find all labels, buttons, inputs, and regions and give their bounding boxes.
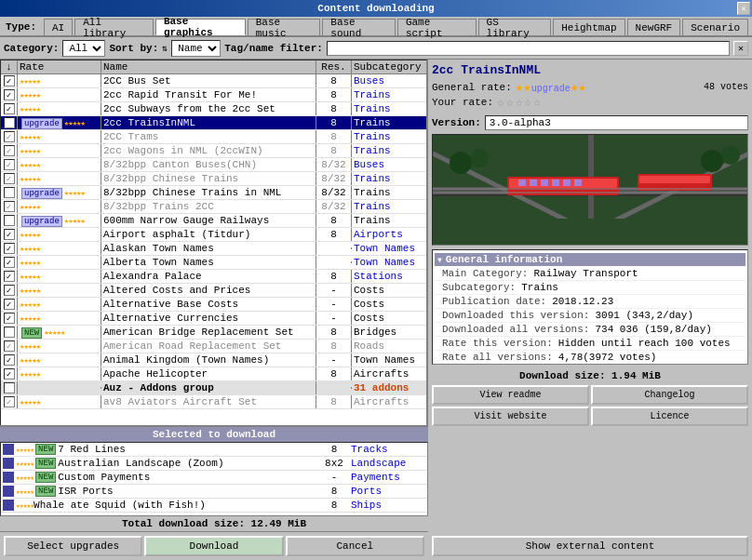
- selected-item[interactable]: ★★★★★NEWCustom Payments-Payments: [1, 471, 427, 485]
- list-item-checkbox[interactable]: [1, 186, 18, 199]
- list-item-name: 2cc Subways from the 2cc Set: [101, 102, 316, 115]
- list-item[interactable]: ★★★★★Altered Costs and Prices-Costs: [1, 284, 426, 298]
- licence-button[interactable]: Licence: [591, 407, 748, 426]
- list-item-checkbox[interactable]: [1, 395, 18, 408]
- selected-item[interactable]: ★★★★★Whale ate Squid (with Fish!)8Ships: [1, 499, 427, 513]
- list-item[interactable]: ★★★★★2cc Wagons in NML (2ccWIN)8Trains: [1, 144, 426, 158]
- list-item-checkbox[interactable]: [1, 158, 18, 171]
- your-rate-stars[interactable]: ☆☆☆☆☆: [497, 95, 543, 110]
- show-external-button[interactable]: Show external content: [432, 536, 748, 556]
- list-item-checkbox[interactable]: [1, 326, 18, 339]
- select-upgrades-button[interactable]: Select upgrades: [4, 536, 142, 556]
- category-select[interactable]: All: [62, 40, 105, 57]
- list-item-checkbox[interactable]: [1, 284, 18, 297]
- list-item[interactable]: ★★★★★Alternative Currencies-Costs: [1, 312, 426, 326]
- list-item-checkbox[interactable]: [1, 144, 18, 157]
- list-item-subcat[interactable]: Trains: [352, 102, 426, 115]
- list-item-checkbox[interactable]: [1, 102, 18, 115]
- item-list[interactable]: ↓ Rate Name Res. Subcategory ★★★★★2CC Bu…: [0, 60, 427, 428]
- list-item-subcat[interactable]: Trains: [352, 88, 426, 101]
- tab-heightmap[interactable]: Heightmap: [553, 19, 624, 35]
- info-value: 4,78(3972 votes): [558, 352, 657, 363]
- list-item-checkbox[interactable]: [1, 88, 18, 101]
- tab-base-graphics[interactable]: Base graphics: [155, 19, 246, 35]
- list-item-checkbox[interactable]: [1, 172, 18, 185]
- list-item[interactable]: upgrade★★★★★2cc TrainsInNML8Trains: [1, 116, 426, 130]
- close-button[interactable]: ✕: [737, 2, 750, 15]
- list-item-checkbox[interactable]: [1, 200, 18, 213]
- download-button[interactable]: Download: [144, 536, 283, 556]
- list-item-name: Altered Costs and Prices: [101, 284, 316, 297]
- view-readme-button[interactable]: View readme: [432, 385, 589, 405]
- list-item[interactable]: ★★★★★2CC Trams8Trains: [1, 130, 426, 144]
- selected-item[interactable]: ★★★★★NEWISR Ports8Ports: [1, 485, 427, 499]
- list-item[interactable]: ★★★★★Alaskan Town NamesTown Names: [1, 242, 426, 256]
- list-item[interactable]: Auz - Addons group31 addons: [1, 381, 426, 395]
- list-item-checkbox[interactable]: [1, 312, 18, 325]
- changelog-button[interactable]: Changelog: [591, 385, 748, 405]
- list-item[interactable]: ★★★★★Alexandra Palace8Stations: [1, 270, 426, 284]
- list-item-checkbox[interactable]: [1, 298, 18, 311]
- list-item-subcat[interactable]: Buses: [352, 74, 426, 87]
- tab-newgrf[interactable]: NewGRF: [627, 19, 681, 35]
- list-item[interactable]: ★★★★★Alternative Base Costs-Costs: [1, 298, 426, 312]
- item-header: 2cc TrainsInNML General rate: ★★upgrade★…: [428, 60, 752, 113]
- list-item[interactable]: upgrade★★★★★8/32bpp Chinese Trains in NM…: [1, 186, 426, 200]
- list-item[interactable]: ★★★★★2cc Rapid Transit For Me!8Trains: [1, 88, 426, 102]
- list-item[interactable]: NEW★★★★★American Bridge Replacement Set8…: [1, 326, 426, 340]
- list-item-checkbox[interactable]: [1, 353, 18, 367]
- selected-item[interactable]: ★★★★★NEW7 Red Lines8Tracks: [1, 443, 427, 457]
- list-item-subcat[interactable]: Stations: [352, 270, 426, 283]
- list-item[interactable]: ★★★★★8/32bpp Trains 2CC8/32Trains: [1, 200, 426, 214]
- list-item[interactable]: ★★★★★Alberta Town NamesTown Names: [1, 256, 426, 270]
- selected-item[interactable]: ★★★★★NEWAustralian Landscape (Zoom)8x2La…: [1, 457, 427, 471]
- list-item-checkbox[interactable]: [1, 340, 18, 353]
- tab-gs-library[interactable]: GS library: [478, 19, 552, 35]
- list-item-checkbox[interactable]: [1, 270, 18, 283]
- list-item-subcat[interactable]: Trains: [352, 130, 426, 143]
- tab-ai[interactable]: AI: [44, 19, 73, 35]
- list-item[interactable]: ★★★★★Airport asphalt (Titdur)8Airports: [1, 228, 426, 242]
- list-item-subcat[interactable]: Trains: [352, 144, 426, 157]
- list-item-checkbox[interactable]: [1, 116, 18, 129]
- general-info-header[interactable]: ▼ General information: [435, 253, 745, 266]
- cancel-button[interactable]: Cancel: [286, 536, 424, 556]
- list-item-name: Alternative Currencies: [101, 312, 316, 325]
- tab-base-music[interactable]: Base music: [248, 19, 321, 35]
- list-item-checkbox[interactable]: [1, 256, 18, 269]
- tab-scenario[interactable]: Scenario: [682, 19, 748, 35]
- list-item-subcat[interactable]: Town Names: [352, 242, 426, 255]
- list-item-subcat[interactable]: Trains: [352, 200, 426, 213]
- list-item-rate: ★★★★★: [18, 102, 101, 115]
- list-item-checkbox[interactable]: [1, 367, 18, 380]
- tab-game-script[interactable]: Game script: [397, 19, 477, 35]
- list-item-checkbox[interactable]: [1, 228, 18, 241]
- list-item[interactable]: ★★★★★American Road Replacement Set8Roads: [1, 340, 426, 353]
- list-item-subcat[interactable]: Town Names: [352, 256, 426, 269]
- tab-base-sound[interactable]: Base sound: [322, 19, 396, 35]
- list-item-subcat[interactable]: Airports: [352, 228, 426, 241]
- list-item[interactable]: ★★★★★Animal Kingdom (Town Names)-Town Na…: [1, 353, 426, 367]
- visit-website-button[interactable]: Visit website: [432, 407, 589, 426]
- list-item-subcat[interactable]: Trains: [352, 172, 426, 185]
- list-item[interactable]: ★★★★★8/32bpp Canton Buses(CHN)8/32Buses: [1, 158, 426, 172]
- list-item-subcat[interactable]: Buses: [352, 158, 426, 171]
- list-item-checkbox[interactable]: [1, 74, 18, 87]
- list-item[interactable]: ★★★★★2CC Bus Set8Buses: [1, 74, 426, 88]
- list-item[interactable]: ★★★★★av8 Aviators Aircraft Set8Aircrafts: [1, 395, 426, 409]
- col-header-name: Name: [101, 60, 316, 73]
- tag-input[interactable]: [327, 41, 730, 56]
- list-item-checkbox[interactable]: [1, 381, 18, 394]
- list-item-checkbox[interactable]: [1, 130, 18, 143]
- info-value: 734 036 (159,8/day): [595, 324, 711, 335]
- sort-select[interactable]: Name: [171, 40, 221, 57]
- list-item-checkbox[interactable]: [1, 214, 18, 227]
- list-item[interactable]: ★★★★★2cc Subways from the 2cc Set8Trains: [1, 102, 426, 116]
- tab-all-library[interactable]: All library: [74, 19, 154, 35]
- list-item[interactable]: ★★★★★Apache Helicopter8Aircrafts: [1, 367, 426, 381]
- list-item-res: 8: [316, 116, 352, 129]
- list-item-checkbox[interactable]: [1, 242, 18, 255]
- filter-clear-button[interactable]: ✕: [733, 41, 748, 56]
- list-item[interactable]: upgrade★★★★★600mm Narrow Gauge Railways8…: [1, 214, 426, 228]
- list-item[interactable]: ★★★★★8/32bpp Chinese Trains8/32Trains: [1, 172, 426, 186]
